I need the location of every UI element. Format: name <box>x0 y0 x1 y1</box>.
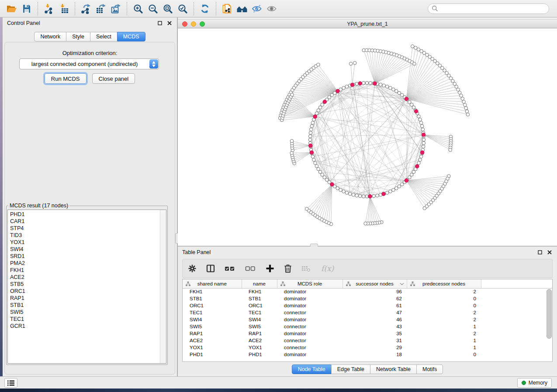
table-cell[interactable]: 2 <box>407 288 481 295</box>
table-cell[interactable]: STB1 <box>183 295 242 302</box>
binoculars-button[interactable] <box>235 2 249 16</box>
table-cell[interactable]: 18 <box>343 351 407 358</box>
deselect-all-button[interactable] <box>245 264 256 273</box>
mcds-result-item[interactable]: STB5 <box>8 281 166 288</box>
column-header-name[interactable]: name <box>242 279 277 288</box>
mcds-result-item[interactable]: RAP1 <box>8 295 166 302</box>
column-header-predecessor-nodes[interactable]: predecessor nodes <box>407 279 481 288</box>
table-row[interactable]: TEC1TEC1connector472 <box>183 309 552 316</box>
table-cell[interactable]: ORC1 <box>242 302 277 309</box>
table-cell[interactable]: 1 <box>407 337 481 344</box>
tab-mcds[interactable]: MCDS <box>117 32 145 41</box>
zoom-selected-button[interactable] <box>175 2 190 16</box>
export-network-button[interactable] <box>79 2 93 16</box>
table-cell[interactable]: connector <box>277 344 343 351</box>
table-cell[interactable]: dominator <box>277 316 343 323</box>
table-cell[interactable]: dominator <box>277 302 343 309</box>
table-cell[interactable]: 31 <box>343 337 407 344</box>
close-panel-icon[interactable] <box>166 20 173 26</box>
table-cell[interactable]: SWI4 <box>242 316 277 323</box>
optimization-select[interactable]: largest connected component (undirected) <box>19 58 159 69</box>
settings-gear-button[interactable] <box>188 264 197 273</box>
search-field[interactable] <box>428 3 549 14</box>
mcds-result-item[interactable]: SWI5 <box>8 309 166 316</box>
close-panel-icon[interactable] <box>547 249 553 255</box>
table-row[interactable]: ORC1ORC1dominator610 <box>183 302 552 309</box>
column-chooser-button[interactable] <box>206 264 215 273</box>
table-row[interactable]: RAP1RAP1dominator352 <box>183 330 552 337</box>
table-cell[interactable]: 2 <box>407 309 481 316</box>
search-input[interactable] <box>438 6 545 12</box>
tab-select[interactable]: Select <box>90 32 118 41</box>
tab-style[interactable]: Style <box>66 32 90 41</box>
column-header-MCDS-role[interactable]: MCDS role <box>277 279 343 288</box>
table-cell[interactable]: 46 <box>343 316 407 323</box>
table-cell[interactable]: 0 <box>407 351 481 358</box>
table-cell[interactable]: STB1 <box>242 295 277 302</box>
mcds-result-item[interactable]: TEC1 <box>8 316 166 323</box>
zoom-out-button[interactable] <box>145 2 160 16</box>
table-cell[interactable]: TEC1 <box>242 309 277 316</box>
mcds-result-item[interactable]: STB1 <box>8 302 166 309</box>
network-file-button[interactable] <box>220 2 235 16</box>
table-cell[interactable]: 29 <box>343 344 407 351</box>
table-cell[interactable]: YOX1 <box>183 344 242 351</box>
import-table-button[interactable] <box>56 2 71 16</box>
table-cell[interactable]: 0 <box>407 295 481 302</box>
table-cell[interactable]: 47 <box>343 309 407 316</box>
table-scrollbar-thumb[interactable] <box>547 289 552 339</box>
eye-strikethrough-button[interactable] <box>249 2 264 16</box>
import-network-button[interactable] <box>42 2 56 16</box>
mcds-result-item[interactable]: SRD1 <box>8 253 166 260</box>
network-window-titlebar[interactable]: YPA_prune.txt_1 <box>178 19 557 28</box>
mcds-result-item[interactable]: ACE2 <box>8 274 166 281</box>
table-row[interactable]: YOX1YOX1connector291 <box>183 344 552 351</box>
mcds-result-list[interactable]: PHD1CAR1STP4TID3YOX1SWI4SRD1PMA2FKH1ACE2… <box>7 210 166 364</box>
table-row[interactable]: STB1STB1dominator620 <box>183 295 552 302</box>
select-all-button[interactable] <box>225 264 235 273</box>
mcds-result-item[interactable]: PMA2 <box>8 260 166 267</box>
float-panel-icon[interactable] <box>157 20 163 26</box>
table-cell[interactable]: connector <box>277 337 343 344</box>
table-cell[interactable]: 1 <box>407 344 481 351</box>
table-cell[interactable]: 35 <box>343 330 407 337</box>
zoom-fit-button[interactable] <box>160 2 175 16</box>
delete-row-button[interactable] <box>284 264 292 273</box>
mcds-result-item[interactable]: STP4 <box>8 225 166 232</box>
save-session-button[interactable] <box>19 2 34 16</box>
mcds-result-item[interactable]: SWI4 <box>8 246 166 253</box>
table-cell[interactable]: FKH1 <box>242 288 277 295</box>
table-cell[interactable]: ORC1 <box>183 302 242 309</box>
table-cell[interactable]: PHD1 <box>183 351 242 358</box>
table-cell[interactable]: connector <box>277 323 343 330</box>
run-mcds-button[interactable]: Run MCDS <box>45 73 86 84</box>
close-panel-button[interactable]: Close panel <box>92 73 135 84</box>
column-header-successor-nodes[interactable]: successor nodes <box>343 279 407 288</box>
table-cell[interactable]: 61 <box>343 302 407 309</box>
table-cell[interactable]: 96 <box>343 288 407 295</box>
column-header-shared-name[interactable]: shared name <box>183 279 242 288</box>
table-cell[interactable]: SWI5 <box>183 323 242 330</box>
zoom-in-button[interactable] <box>131 2 145 16</box>
tab-network-table[interactable]: Network Table <box>370 364 417 374</box>
table-cell[interactable]: FKH1 <box>183 288 242 295</box>
table-cell[interactable]: dominator <box>277 330 343 337</box>
table-row[interactable]: SWI5SWI5connector431 <box>183 323 552 330</box>
function-builder-button[interactable]: f(x) <box>321 264 336 273</box>
mcds-result-item[interactable]: TID3 <box>8 232 166 239</box>
table-cell[interactable]: RAP1 <box>242 330 277 337</box>
table-cell[interactable]: RAP1 <box>183 330 242 337</box>
table-row[interactable]: SWI4SWI4dominator462 <box>183 316 552 323</box>
float-panel-icon[interactable] <box>537 249 543 255</box>
table-row[interactable]: ACE2ACE2connector311 <box>183 337 552 344</box>
mcds-result-item[interactable]: YOX1 <box>8 239 166 246</box>
table-cell[interactable]: TEC1 <box>183 309 242 316</box>
table-cell[interactable]: ACE2 <box>183 337 242 344</box>
table-cell[interactable]: connector <box>277 309 343 316</box>
mcds-result-item[interactable]: CAR1 <box>8 218 166 225</box>
tab-node-table[interactable]: Node Table <box>292 364 332 374</box>
table-cell[interactable]: PHD1 <box>242 351 277 358</box>
mcds-result-item[interactable]: FKH1 <box>8 267 166 274</box>
tab-edge-table[interactable]: Edge Table <box>331 364 370 374</box>
table-cell[interactable]: SWI4 <box>183 316 242 323</box>
